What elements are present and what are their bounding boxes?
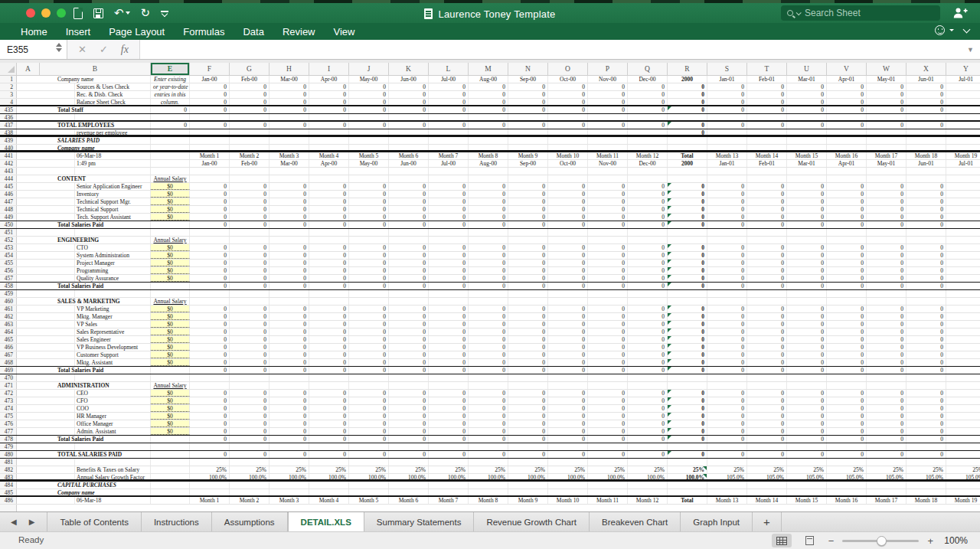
row-header-4[interactable]: 4 — [0, 99, 17, 105]
cell-J445[interactable]: 0 — [349, 183, 389, 190]
row-header-481[interactable]: 481 — [0, 459, 17, 466]
cell-E445[interactable]: $0 — [151, 183, 190, 190]
cell-J460[interactable] — [349, 298, 389, 305]
cell-R439[interactable] — [668, 137, 707, 144]
cell-Y454[interactable] — [946, 252, 980, 259]
cell-U451[interactable] — [787, 229, 827, 236]
cell-W466[interactable]: 0 — [867, 344, 906, 351]
cell-G4[interactable]: 0 — [230, 99, 270, 105]
cell-R461[interactable]: 0 — [668, 306, 707, 312]
cell-N477[interactable]: 0 — [508, 428, 548, 435]
cell-I447[interactable]: 0 — [309, 198, 349, 205]
cell-R469[interactable]: 0 — [668, 367, 707, 374]
cell-P2[interactable]: 0 — [588, 83, 628, 90]
row-header-465[interactable]: 465 — [0, 336, 17, 343]
cell-J449[interactable]: 0 — [349, 214, 389, 221]
cell-H486[interactable]: Month 3 — [270, 497, 309, 504]
cell-X479[interactable] — [906, 443, 946, 450]
cell-F465[interactable]: 0 — [190, 336, 230, 343]
cell-H3[interactable]: 0 — [270, 91, 309, 98]
ribbon-tab-insert[interactable]: Insert — [66, 26, 91, 38]
cell-U2[interactable]: 0 — [787, 83, 827, 90]
cell-Y484[interactable] — [946, 482, 980, 489]
row-header-438[interactable]: 438 — [0, 129, 17, 135]
cell-I451[interactable] — [309, 229, 349, 236]
cell-E447[interactable]: $0 — [151, 198, 190, 205]
cell-I461[interactable]: 0 — [309, 306, 349, 312]
cell-R442[interactable]: 2000 — [668, 160, 707, 167]
cell-H457[interactable]: 0 — [270, 275, 309, 282]
cell-I446[interactable]: 0 — [309, 191, 349, 198]
cell-F437[interactable]: 0 — [190, 122, 230, 129]
cell-M457[interactable]: 0 — [469, 275, 508, 282]
cell-G469[interactable]: 0 — [230, 367, 270, 374]
cell-J1[interactable]: May-00 — [349, 76, 389, 83]
cell-F2[interactable]: 0 — [190, 83, 230, 90]
cell-S460[interactable] — [707, 298, 747, 305]
cell-G475[interactable]: 0 — [230, 413, 270, 420]
cell-J456[interactable]: 0 — [349, 267, 389, 274]
cell-Y473[interactable] — [946, 397, 980, 404]
sheet-tab-revenue-growth-chart[interactable]: Revenue Growth Chart — [474, 512, 590, 531]
cell-W453[interactable]: 0 — [867, 244, 906, 251]
cell-E483[interactable] — [151, 474, 190, 479]
cell-R448[interactable]: 0 — [668, 206, 707, 213]
cell-O452[interactable] — [548, 237, 588, 243]
cell-Y453[interactable] — [946, 244, 980, 251]
cell-Q476[interactable]: 0 — [628, 420, 668, 427]
cell-F482[interactable]: 25% — [190, 466, 230, 473]
cell-N461[interactable]: 0 — [508, 306, 548, 312]
cell-X450[interactable]: 0 — [906, 221, 946, 228]
cell-H449[interactable]: 0 — [270, 214, 309, 221]
cell-L465[interactable]: 0 — [429, 336, 469, 343]
cell-J3[interactable]: 0 — [349, 91, 389, 98]
cell-B445[interactable]: Senior Application Engineer — [17, 183, 151, 190]
cell-I468[interactable]: 0 — [309, 359, 349, 366]
cell-O435[interactable]: 0 — [548, 106, 588, 113]
cell-H459[interactable] — [270, 290, 309, 297]
cell-N482[interactable]: 25% — [508, 466, 548, 473]
cell-K470[interactable] — [389, 374, 429, 381]
cell-G445[interactable]: 0 — [230, 183, 270, 190]
cell-L436[interactable] — [429, 114, 469, 120]
cell-U474[interactable]: 0 — [787, 405, 827, 412]
cell-N479[interactable] — [508, 443, 548, 450]
cell-Q449[interactable]: 0 — [628, 214, 668, 221]
cell-L461[interactable]: 0 — [429, 306, 469, 312]
add-sheet-button[interactable]: + — [753, 512, 782, 531]
cell-L458[interactable]: 0 — [429, 283, 469, 289]
cell-L449[interactable]: 0 — [429, 214, 469, 221]
cell-X484[interactable] — [906, 482, 946, 489]
cell-S444[interactable] — [707, 175, 747, 182]
cell-H435[interactable]: 0 — [270, 106, 309, 113]
cell-X471[interactable] — [906, 382, 946, 389]
cell-J468[interactable]: 0 — [349, 359, 389, 366]
cell-F466[interactable]: 0 — [190, 344, 230, 351]
cell-S481[interactable] — [707, 459, 747, 466]
cell-J472[interactable]: 0 — [349, 390, 389, 397]
cell-F440[interactable] — [190, 145, 230, 150]
cell-Q465[interactable]: 0 — [628, 336, 668, 343]
cell-R464[interactable]: 0 — [668, 328, 707, 335]
cell-F473[interactable]: 0 — [190, 397, 230, 404]
cell-T443[interactable] — [747, 168, 787, 175]
row-header-436[interactable]: 436 — [0, 114, 17, 120]
row-header-473[interactable]: 473 — [0, 397, 17, 404]
cell-E481[interactable] — [151, 459, 190, 466]
cell-Q464[interactable]: 0 — [628, 328, 668, 335]
cell-Y478[interactable] — [946, 436, 980, 443]
cell-L456[interactable]: 0 — [429, 267, 469, 274]
cell-N467[interactable]: 0 — [508, 351, 548, 358]
cell-O444[interactable] — [548, 175, 588, 182]
cell-K453[interactable]: 0 — [389, 244, 429, 251]
cell-K450[interactable]: 0 — [389, 221, 429, 228]
cell-K2[interactable]: 0 — [389, 83, 429, 90]
cell-P479[interactable] — [588, 443, 628, 450]
cell-F471[interactable] — [190, 382, 230, 389]
cell-U441[interactable]: Month 15 — [787, 152, 827, 159]
cell-K447[interactable]: 0 — [389, 198, 429, 205]
cell-I457[interactable]: 0 — [309, 275, 349, 282]
cell-H484[interactable] — [270, 482, 309, 489]
cell-L482[interactable]: 25% — [429, 466, 469, 473]
cell-E438[interactable] — [151, 129, 190, 135]
